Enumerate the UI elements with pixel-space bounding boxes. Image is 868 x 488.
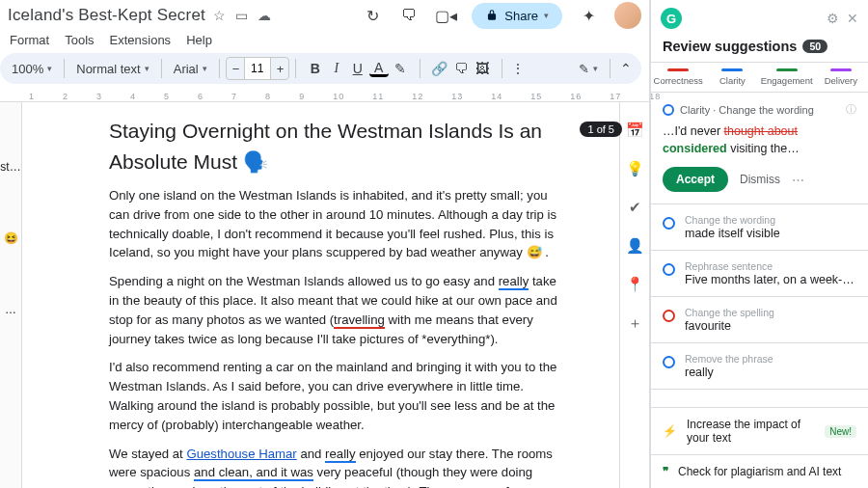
clarity-dot-icon: [663, 217, 675, 230]
grammarly-panel: G ⚙ ✕ Review suggestions 50 Correctness …: [650, 0, 868, 488]
suggestion-card[interactable]: Change the spellingfavourite: [651, 297, 868, 343]
more-button[interactable]: ⋮: [508, 59, 528, 78]
menu-tools[interactable]: Tools: [65, 33, 94, 47]
title-icons: ☆ ▭ ☁: [213, 8, 271, 23]
suggestion-list: Clarity · Change the wording ⓘ …I'd neve…: [651, 93, 868, 407]
maps-icon[interactable]: 📍: [626, 276, 643, 293]
font-select[interactable]: Arial▾: [168, 60, 213, 78]
keep-icon[interactable]: 💡: [626, 160, 643, 177]
insert-link-button[interactable]: 🔗: [430, 59, 449, 78]
title-bar-right: ↻ 🗨 ▢◂ Share ▾ ✦: [362, 2, 641, 29]
grammar-underline: and clean, and it was: [194, 465, 313, 481]
tasks-icon[interactable]: ✔: [626, 199, 643, 216]
font-size-input[interactable]: [244, 58, 271, 79]
menu-help[interactable]: Help: [186, 33, 212, 47]
new-badge: New!: [825, 425, 856, 438]
suggestion-counter-chip[interactable]: 1 of 5: [580, 122, 622, 137]
settings-icon[interactable]: ⚙: [827, 11, 839, 26]
clarity-dot-icon: [663, 104, 674, 116]
tab-clarity[interactable]: Clarity: [705, 63, 759, 92]
document-title[interactable]: Iceland's Best-Kept Secret: [8, 6, 205, 25]
paragraph[interactable]: I'd also recommend renting a car on the …: [109, 358, 561, 434]
gutter-item[interactable]: 😆: [4, 231, 18, 245]
collapse-toolbar-button[interactable]: ⌃: [616, 59, 636, 78]
grammarly-logo-icon[interactable]: G: [661, 8, 682, 29]
add-icon[interactable]: ＋: [626, 314, 643, 332]
tab-delivery[interactable]: Delivery: [814, 63, 868, 92]
footer-plagiarism[interactable]: ❞ Check for plagiarism and AI text: [651, 454, 868, 488]
gutter-item[interactable]: st…: [0, 160, 20, 174]
correctness-dot-icon: [663, 310, 675, 322]
font-size-increase[interactable]: +: [271, 58, 288, 79]
close-icon[interactable]: ✕: [847, 11, 858, 26]
suggestion-card[interactable]: Change the wordingmade itself visible: [651, 204, 868, 251]
share-label: Share: [504, 9, 538, 23]
insert-comment-button[interactable]: 🗨: [451, 59, 471, 78]
footer-impact[interactable]: ⚡ Increase the impact of your text New!: [651, 407, 868, 454]
bold-button[interactable]: B: [306, 59, 325, 78]
grammarly-title: Review suggestions 50: [651, 37, 868, 62]
avatar[interactable]: [614, 2, 641, 29]
clarity-dot-icon: [663, 263, 675, 276]
font-size-stepper[interactable]: − +: [226, 57, 289, 80]
zoom-select[interactable]: 100%▾: [6, 60, 58, 78]
comments-icon[interactable]: 🗨: [398, 5, 420, 26]
accept-button[interactable]: Accept: [663, 167, 728, 192]
suggestion-card[interactable]: Remove the phrasereally: [651, 343, 868, 390]
gutter-item[interactable]: …: [5, 303, 16, 316]
menu-extensions[interactable]: Extensions: [110, 33, 172, 47]
suggestion-count-badge: 50: [802, 40, 827, 53]
heading-2: Staying Overnight on the Westman Islands…: [109, 116, 561, 176]
style-select[interactable]: Normal text▾: [70, 60, 154, 78]
ruler: 123456789101112131415161718: [0, 88, 649, 102]
move-icon[interactable]: ▭: [235, 8, 248, 23]
spark-icon: ⚡: [663, 424, 677, 438]
quote-icon: ❞: [663, 465, 668, 478]
paragraph[interactable]: Spending a night on the Westman Islands …: [109, 272, 561, 348]
left-gutter: st… 😆 …: [0, 102, 22, 488]
cloud-status-icon[interactable]: ☁: [258, 8, 271, 23]
insert-image-button[interactable]: 🖼: [473, 59, 492, 78]
tab-correctness[interactable]: Correctness: [651, 63, 705, 92]
paragraph[interactable]: Only one island on the Westman Islands i…: [109, 186, 561, 262]
font-size-decrease[interactable]: −: [227, 58, 244, 79]
highlight-button[interactable]: ✎: [391, 59, 410, 78]
meet-icon[interactable]: ▢◂: [435, 5, 456, 26]
grammar-underline: very: [477, 484, 502, 488]
lock-icon: [485, 9, 499, 22]
grammar-underline: really: [325, 447, 356, 463]
text-color-button[interactable]: A: [369, 61, 389, 77]
suggestion-card-active[interactable]: Clarity · Change the wording ⓘ …I'd neve…: [651, 93, 868, 204]
page-area: st… 😆 … Staying Overnight on the Westman…: [0, 102, 649, 488]
toolbar: 100%▾ Normal text▾ Arial▾ − + B I U A ✎ …: [0, 53, 641, 84]
paragraph[interactable]: We stayed at Guesthouse Hamar and really…: [109, 445, 561, 488]
grammarly-header: G ⚙ ✕: [651, 0, 868, 37]
italic-button[interactable]: I: [327, 59, 346, 78]
hyperlink[interactable]: Guesthouse Hamar: [186, 447, 296, 461]
gemini-icon[interactable]: ✦: [578, 5, 599, 26]
category-tabs: Correctness Clarity Engagement Delivery: [651, 62, 868, 93]
dismiss-button[interactable]: Dismiss: [740, 173, 780, 186]
star-icon[interactable]: ☆: [213, 8, 226, 23]
grammar-underline: really: [499, 274, 529, 290]
tab-engagement[interactable]: Engagement: [760, 63, 814, 92]
clarity-dot-icon: [663, 356, 675, 368]
spell-underline: travelling: [334, 312, 385, 329]
share-button[interactable]: Share ▾: [472, 3, 562, 29]
card-tag: Clarity · Change the wording: [680, 104, 814, 116]
document-body[interactable]: Staying Overnight on the Westman Islands…: [22, 102, 619, 488]
card-text: …I'd never thought about considered visi…: [663, 122, 856, 157]
editing-mode-select[interactable]: ✎ ▾: [573, 60, 604, 78]
history-icon[interactable]: ↻: [362, 5, 383, 26]
menu-bar: Format Tools Extensions Help: [0, 29, 649, 53]
side-panel: 📅 💡 ✔ 👤 📍 ＋: [619, 102, 649, 488]
info-icon[interactable]: ⓘ: [846, 102, 856, 117]
underline-button[interactable]: U: [348, 59, 367, 78]
calendar-icon[interactable]: 📅: [626, 122, 643, 139]
more-options-icon[interactable]: ⋯: [792, 173, 805, 187]
google-docs-app: Iceland's Best-Kept Secret ☆ ▭ ☁ ↻ 🗨 ▢◂ …: [0, 0, 650, 488]
menu-format[interactable]: Format: [10, 33, 49, 47]
contacts-icon[interactable]: 👤: [626, 237, 643, 255]
suggestion-card[interactable]: Rephrase sentenceFive months later, on a…: [651, 251, 868, 297]
title-bar: Iceland's Best-Kept Secret ☆ ▭ ☁ ↻ 🗨 ▢◂ …: [0, 0, 649, 29]
